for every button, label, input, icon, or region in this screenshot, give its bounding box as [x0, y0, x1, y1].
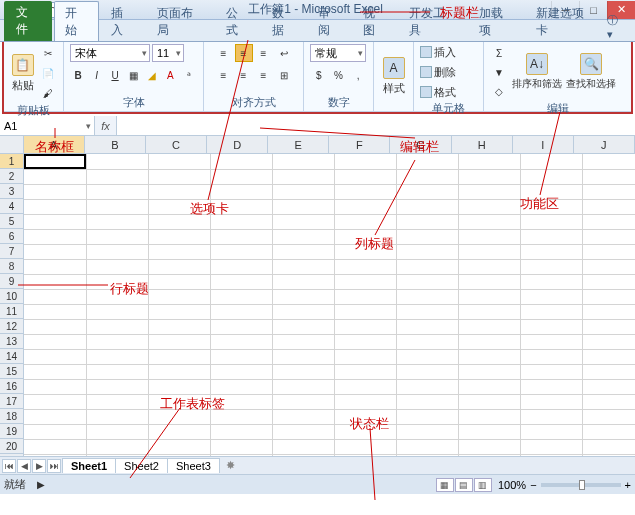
merge-icon[interactable]: ⊞	[275, 66, 293, 84]
col-F[interactable]: F	[329, 136, 390, 153]
row-12[interactable]: 12	[0, 319, 23, 334]
italic-icon[interactable]: I	[88, 66, 104, 84]
zoom-label[interactable]: 100%	[498, 479, 526, 491]
row-18[interactable]: 18	[0, 409, 23, 424]
font-size-combo[interactable]: 11	[152, 44, 184, 62]
row-8[interactable]: 8	[0, 259, 23, 274]
wrap-icon[interactable]: ↩	[275, 44, 293, 62]
comma-icon[interactable]: ,	[349, 66, 367, 84]
tab-insert[interactable]: 插入	[101, 2, 145, 41]
new-sheet-button[interactable]: ✸	[222, 459, 240, 473]
help-icon[interactable]: ⓘ ▾	[607, 13, 631, 41]
formatpainter-icon[interactable]: 🖌	[39, 84, 57, 102]
tab-file[interactable]: 文件	[4, 1, 52, 41]
row-3[interactable]: 3	[0, 184, 23, 199]
cells-area[interactable]	[24, 154, 635, 456]
row-13[interactable]: 13	[0, 334, 23, 349]
tab-data[interactable]: 数据	[262, 2, 306, 41]
fontcolor-icon[interactable]: A	[162, 66, 178, 84]
row-17[interactable]: 17	[0, 394, 23, 409]
delete-cells-button[interactable]: 删除	[420, 64, 477, 80]
col-H[interactable]: H	[452, 136, 513, 153]
normal-view-button[interactable]: ▦	[436, 478, 454, 492]
zoom-in-button[interactable]: +	[625, 479, 631, 491]
macro-icon[interactable]: ▶	[32, 476, 50, 494]
col-G[interactable]: G	[390, 136, 451, 153]
col-J[interactable]: J	[574, 136, 635, 153]
fill-icon[interactable]: ▼	[490, 63, 508, 81]
tab-formulas[interactable]: 公式	[216, 2, 260, 41]
autosum-icon[interactable]: Σ	[490, 44, 508, 62]
row-6[interactable]: 6	[0, 229, 23, 244]
fillcolor-icon[interactable]: ◢	[144, 66, 160, 84]
col-E[interactable]: E	[268, 136, 329, 153]
number-format-combo[interactable]: 常规	[310, 44, 366, 62]
pagelayout-view-button[interactable]: ▤	[455, 478, 473, 492]
tab-pagelayout[interactable]: 页面布局	[147, 2, 214, 41]
underline-icon[interactable]: U	[107, 66, 123, 84]
select-all-button[interactable]	[0, 136, 24, 153]
row-14[interactable]: 14	[0, 349, 23, 364]
align-top-icon[interactable]: ≡	[215, 44, 233, 62]
formula-input[interactable]	[117, 116, 635, 135]
tab-newtab[interactable]: 新建选项卡	[526, 2, 605, 41]
bold-icon[interactable]: B	[70, 66, 86, 84]
font-name-combo[interactable]: 宋体	[70, 44, 150, 62]
align-right-icon[interactable]: ≡	[255, 66, 273, 84]
tab-devtools[interactable]: 开发工具	[399, 2, 466, 41]
row-11[interactable]: 11	[0, 304, 23, 319]
col-B[interactable]: B	[85, 136, 146, 153]
align-bottom-icon[interactable]: ≡	[255, 44, 273, 62]
row-4[interactable]: 4	[0, 199, 23, 214]
tab-addins[interactable]: 加载项	[469, 2, 525, 41]
row-20[interactable]: 20	[0, 439, 23, 454]
prev-sheet-button[interactable]: ◀	[17, 459, 31, 473]
pagebreak-view-button[interactable]: ▥	[474, 478, 492, 492]
tab-home[interactable]: 开始	[54, 1, 100, 41]
row-16[interactable]: 16	[0, 379, 23, 394]
insert-cells-button[interactable]: 插入	[420, 44, 477, 60]
phonetic-icon[interactable]: ᵃ	[181, 66, 197, 84]
col-A[interactable]: A	[24, 136, 85, 153]
col-I[interactable]: I	[513, 136, 574, 153]
sheet-tab-3[interactable]: Sheet3	[167, 458, 220, 473]
copy-icon[interactable]: 📄	[39, 64, 57, 82]
next-sheet-button[interactable]: ▶	[32, 459, 46, 473]
align-left-icon[interactable]: ≡	[215, 66, 233, 84]
name-box[interactable]: A1	[0, 116, 95, 135]
fx-button[interactable]: fx	[95, 116, 117, 135]
row-5[interactable]: 5	[0, 214, 23, 229]
row-7[interactable]: 7	[0, 244, 23, 259]
last-sheet-button[interactable]: ⏭	[47, 459, 61, 473]
border-icon[interactable]: ▦	[125, 66, 141, 84]
align-middle-icon[interactable]: ≡	[235, 44, 253, 62]
group-editing-label: 编辑	[490, 100, 625, 117]
sort-filter-button[interactable]: A↓ 排序和筛选	[512, 53, 562, 91]
zoom-out-button[interactable]: −	[530, 479, 536, 491]
paste-button[interactable]: 📋 粘贴	[10, 54, 35, 93]
row-21[interactable]: 21	[0, 454, 23, 456]
row-19[interactable]: 19	[0, 424, 23, 439]
sheet-tab-1[interactable]: Sheet1	[62, 458, 116, 473]
tab-review[interactable]: 审阅	[308, 2, 352, 41]
sheet-tab-2[interactable]: Sheet2	[115, 458, 168, 473]
styles-button[interactable]: A 样式	[380, 57, 407, 96]
row-2[interactable]: 2	[0, 169, 23, 184]
zoom-slider[interactable]	[541, 483, 621, 487]
row-1[interactable]: 1	[0, 154, 23, 169]
currency-icon[interactable]: $	[310, 66, 328, 84]
row-15[interactable]: 15	[0, 364, 23, 379]
selected-cell[interactable]	[24, 154, 86, 169]
row-9[interactable]: 9	[0, 274, 23, 289]
find-select-button[interactable]: 🔍 查找和选择	[566, 53, 616, 91]
col-D[interactable]: D	[207, 136, 268, 153]
cut-icon[interactable]: ✂	[39, 44, 57, 62]
percent-icon[interactable]: %	[330, 66, 348, 84]
tab-view[interactable]: 视图	[353, 2, 397, 41]
format-cells-button[interactable]: 格式	[420, 84, 477, 100]
first-sheet-button[interactable]: ⏮	[2, 459, 16, 473]
align-center-icon[interactable]: ≡	[235, 66, 253, 84]
col-C[interactable]: C	[146, 136, 207, 153]
clear-icon[interactable]: ◇	[490, 82, 508, 100]
row-10[interactable]: 10	[0, 289, 23, 304]
